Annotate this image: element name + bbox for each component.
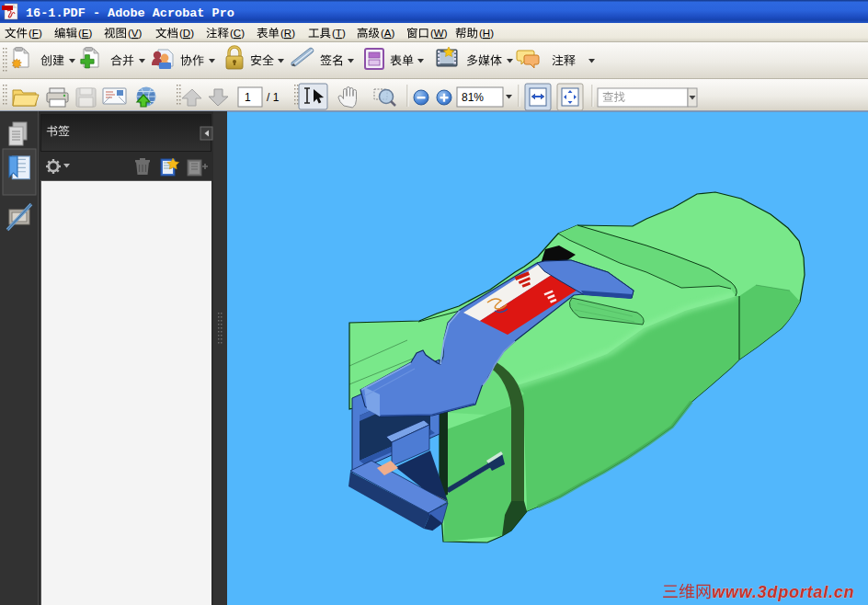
svg-text:(R): (R) [280, 28, 295, 39]
svg-text:(E): (E) [78, 28, 93, 39]
svg-text:(D): (D) [179, 28, 194, 39]
svg-text:(F): (F) [29, 28, 42, 39]
svg-text:(T): (T) [332, 28, 346, 39]
svg-text:(H): (H) [479, 28, 494, 39]
svg-text:www.3dportal.cn: www.3dportal.cn [712, 583, 854, 601]
svg-text:/ 1: / 1 [267, 91, 280, 104]
svg-text:(V): (V) [128, 28, 143, 39]
svg-text:(A): (A) [381, 28, 395, 39]
svg-text:81%: 81% [462, 91, 484, 104]
svg-text:(C): (C) [230, 28, 245, 39]
svg-text:(W): (W) [430, 28, 448, 39]
svg-text:16-1.PDF - Adobe Acrobat Pro: 16-1.PDF - Adobe Acrobat Pro [26, 6, 234, 20]
svg-text:1: 1 [245, 91, 251, 104]
